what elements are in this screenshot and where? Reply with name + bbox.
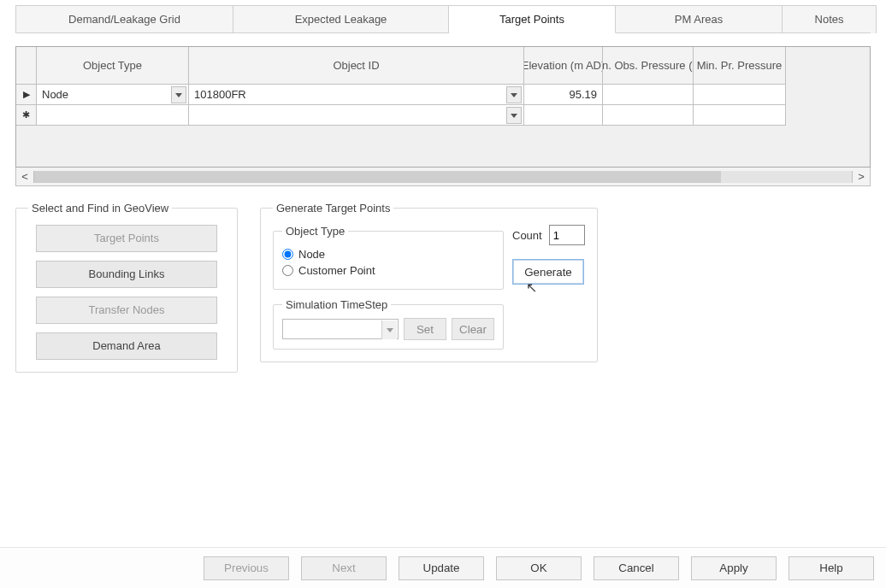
tab-notes[interactable]: Notes [783, 5, 877, 33]
cell-object-id[interactable] [189, 105, 524, 126]
tab-strip: Demand/Leakage Grid Expected Leakage Tar… [15, 5, 871, 33]
cell-object-id[interactable]: 101800FR [189, 85, 524, 105]
cell-min-pr[interactable] [694, 105, 786, 126]
tab-expected-leakage[interactable]: Expected Leakage [233, 5, 449, 33]
transfer-nodes-button: Transfer Nodes [36, 297, 217, 324]
radio-node-input[interactable] [282, 249, 293, 260]
scroll-thumb[interactable] [34, 171, 721, 183]
clear-button: Clear [452, 318, 494, 340]
target-points-button: Target Points [36, 225, 217, 252]
radio-customer-point[interactable]: Customer Point [282, 264, 494, 277]
update-button[interactable]: Update [399, 556, 484, 580]
object-type-legend: Object Type [282, 225, 348, 238]
cell-object-id-value: 101800FR [194, 88, 246, 101]
cell-object-type[interactable] [37, 105, 189, 126]
cell-object-type-value: Node [42, 88, 68, 101]
grid-hscrollbar[interactable]: < > [15, 168, 871, 186]
cell-elevation[interactable]: 95.19 [524, 85, 603, 105]
previous-button: Previous [204, 556, 289, 580]
grid-header-object-id[interactable]: Object ID [189, 47, 524, 85]
generate-legend: Generate Target Points [273, 202, 393, 215]
set-button: Set [404, 318, 446, 340]
simulation-timestep-group: Simulation TimeStep Set Clear [273, 298, 504, 350]
radio-customer-label: Customer Point [298, 264, 375, 277]
grid-header-handle [16, 47, 37, 85]
scroll-track[interactable] [33, 171, 853, 183]
next-button: Next [301, 556, 387, 580]
grid-header-min-obs[interactable]: Min. Obs. Pressure (m) [603, 47, 694, 85]
tab-pm-areas[interactable]: PM Areas [616, 5, 783, 33]
dialog-footer: Previous Next Update OK Cancel Apply Hel… [0, 547, 886, 588]
table-row-new[interactable]: ✱ [16, 105, 870, 126]
dropdown-icon[interactable] [506, 107, 522, 124]
apply-button[interactable]: Apply [691, 556, 777, 580]
target-points-grid: Object Type Object ID Elevation (m AD) M… [15, 46, 871, 186]
ok-button[interactable]: OK [496, 556, 582, 580]
row-indicator-new-icon: ✱ [16, 105, 37, 126]
scroll-right-icon[interactable]: > [853, 170, 870, 183]
tab-demand-leakage-grid[interactable]: Demand/Leakage Grid [15, 5, 233, 33]
scroll-left-icon[interactable]: < [16, 170, 33, 183]
count-input[interactable] [549, 225, 585, 245]
cell-elevation[interactable] [524, 105, 603, 126]
bounding-links-button[interactable]: Bounding Links [36, 261, 217, 288]
radio-node-label: Node [298, 248, 325, 261]
grid-header-object-type[interactable]: Object Type [37, 47, 189, 85]
count-label: Count [512, 229, 542, 242]
simulation-timestep-legend: Simulation TimeStep [282, 298, 391, 311]
grid-header-min-pr[interactable]: Min. Pr. Pressure [694, 47, 786, 85]
cancel-button[interactable]: Cancel [594, 556, 679, 580]
generate-target-points-group: Generate Target Points Object Type Node … [260, 202, 598, 362]
cell-min-obs[interactable] [603, 105, 694, 126]
cell-min-pr[interactable] [694, 85, 786, 105]
radio-customer-input[interactable] [282, 265, 293, 276]
help-button[interactable]: Help [789, 556, 874, 580]
generate-button[interactable]: Generate [512, 259, 584, 285]
geoview-group: Select and Find in GeoView Target Points… [15, 202, 238, 373]
tab-target-points[interactable]: Target Points [449, 5, 616, 33]
dropdown-icon[interactable] [381, 320, 397, 339]
dropdown-icon[interactable] [506, 86, 522, 103]
dropdown-icon[interactable] [171, 86, 186, 103]
demand-area-button[interactable]: Demand Area [36, 332, 217, 360]
object-type-group: Object Type Node Customer Point [273, 225, 504, 290]
grid-header-elevation[interactable]: Elevation (m AD) [524, 47, 603, 85]
radio-node[interactable]: Node [282, 248, 494, 261]
geoview-legend: Select and Find in GeoView [28, 202, 172, 215]
table-row[interactable]: ▶ Node 101800FR 95.19 [16, 85, 870, 105]
cell-object-type[interactable]: Node [37, 85, 189, 105]
cell-min-obs[interactable] [603, 85, 694, 105]
simulation-timestep-combo[interactable] [282, 319, 399, 339]
row-indicator-current-icon: ▶ [16, 85, 37, 105]
